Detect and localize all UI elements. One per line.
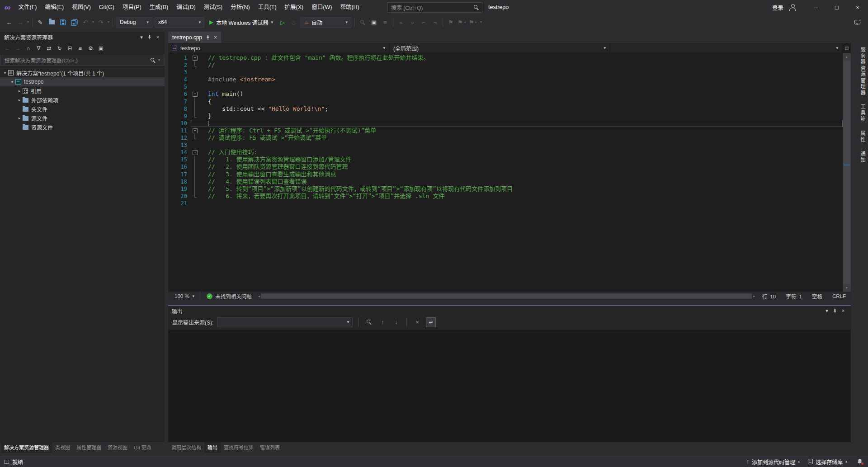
code-line[interactable]: 14// 入门使用技巧:	[168, 149, 851, 156]
sign-in-button[interactable]: 登录	[772, 3, 783, 12]
member-dropdown[interactable]	[610, 43, 842, 53]
tree-item[interactable]: 引用	[0, 86, 165, 95]
line-ending-indicator[interactable]: CRLF	[827, 293, 851, 299]
close-panel-icon[interactable]	[154, 33, 162, 41]
code-line[interactable]: 7{	[168, 98, 851, 105]
close-window-button[interactable]	[847, 0, 868, 15]
code-line[interactable]: 15// 1. 使用解决方案资源管理器窗口添加/管理文件	[168, 156, 851, 163]
menu-item[interactable]: 分析(N)	[226, 0, 254, 15]
menu-item[interactable]: 文件(F)	[14, 0, 41, 15]
fold-collapse-icon[interactable]	[191, 90, 200, 98]
save-icon[interactable]	[57, 17, 68, 28]
code-line[interactable]: 19// 5. 转到“项目”>“添加新项”以创建新的代码文件，或转到“项目”>“…	[168, 185, 851, 193]
code-line[interactable]: 11// 运行程序: Ctrl + F5 或调试 >“开始执行(不调试)”菜单	[168, 127, 851, 134]
open-file-icon[interactable]	[46, 17, 57, 28]
tree-item[interactable]: testrepo	[0, 77, 165, 86]
menu-item[interactable]: 视图(V)	[68, 0, 95, 15]
undo-icon[interactable]	[80, 17, 91, 28]
scroll-left-icon[interactable]	[258, 294, 260, 298]
search-options-icon[interactable]	[158, 58, 160, 62]
tree-item[interactable]: 资源文件	[0, 123, 165, 132]
left-panel-tab[interactable]: 类视图	[52, 442, 73, 453]
close-tab-icon[interactable]	[214, 35, 217, 40]
right-tool-tab[interactable]: 服务器资源管理器	[859, 47, 866, 96]
split-editor-button[interactable]	[843, 43, 851, 53]
toolbar-overflow-icon[interactable]	[479, 20, 483, 24]
toggle-bookmark-icon[interactable]	[445, 17, 456, 28]
window-position-icon[interactable]	[137, 33, 146, 41]
code-line[interactable]: 2//	[168, 61, 851, 69]
navigate-back-icon[interactable]	[4, 17, 14, 28]
preview-selected-items-icon[interactable]	[96, 44, 106, 53]
solution-explorer-search-input[interactable]: 搜索解决方案资源管理器(Ctrl+;)	[0, 55, 165, 66]
fold-collapse-icon[interactable]	[191, 54, 200, 61]
redo-dropdown-icon[interactable]	[107, 20, 110, 24]
menu-item[interactable]: Git(G)	[95, 0, 118, 15]
explorer-back-icon[interactable]	[3, 44, 12, 53]
indent-decrease-icon[interactable]	[396, 17, 406, 28]
menu-item[interactable]: 生成(B)	[146, 0, 173, 15]
spaces-indicator[interactable]: 空格	[807, 292, 827, 300]
solution-configuration-dropdown[interactable]: Debug	[116, 17, 152, 28]
code-line[interactable]: 10	[168, 120, 851, 127]
menu-item[interactable]: 窗口(W)	[307, 0, 336, 15]
code-line[interactable]: 4#include <iostream>	[168, 76, 851, 83]
left-panel-tab[interactable]: 解决方案资源管理器	[1, 442, 52, 453]
navigation-dropdown-icon[interactable]	[26, 20, 30, 24]
menu-item[interactable]: 帮助(H)	[336, 0, 363, 15]
document-health-indicator[interactable]: 未找到相关问题	[202, 292, 256, 300]
user-account-icon[interactable]	[789, 4, 796, 11]
horizontal-scrollbar[interactable]	[256, 293, 757, 299]
code-line[interactable]: 18// 4. 使用错误列表窗口查看错误	[168, 178, 851, 185]
output-panel-titlebar[interactable]: 输出	[168, 306, 851, 316]
auto-hide-pin-icon[interactable]	[831, 307, 839, 315]
right-tool-tab[interactable]: 通知	[859, 151, 866, 163]
bottom-panel-tab[interactable]: 错误列表	[257, 442, 283, 453]
sync-with-active-document-icon[interactable]	[44, 44, 54, 53]
pin-tab-icon[interactable]	[205, 35, 211, 40]
goto-next-message-icon[interactable]	[391, 317, 401, 327]
navigate-symbol-icon[interactable]	[380, 17, 391, 28]
code-line[interactable]: 17// 3. 使用输出窗口查看生成输出和其他消息	[168, 171, 851, 178]
explorer-forward-icon[interactable]	[13, 44, 23, 53]
code-line[interactable]: 16// 2. 使用团队资源管理器窗口连接到源代码管理	[168, 163, 851, 170]
right-tool-tab[interactable]: 工具箱	[859, 104, 866, 123]
find-message-icon[interactable]	[364, 317, 374, 327]
save-all-icon[interactable]	[69, 17, 80, 28]
collapse-all-icon[interactable]	[65, 44, 75, 53]
scroll-right-icon[interactable]	[753, 294, 755, 298]
code-line[interactable]: 9}	[168, 113, 851, 120]
document-tab-testrepo-cpp[interactable]: testrepo.cpp	[168, 32, 221, 43]
uncomment-selection-icon[interactable]	[429, 17, 440, 28]
window-position-icon[interactable]	[823, 307, 831, 315]
scroll-up-icon[interactable]	[843, 53, 851, 61]
add-to-source-control-button[interactable]: 添加到源代码管理	[744, 458, 802, 466]
code-line[interactable]: 12// 调试程序: F5 或调试 >“开始调试”菜单	[168, 134, 851, 142]
menu-item[interactable]: 测试(S)	[200, 0, 227, 15]
tree-item[interactable]: 源文件	[0, 113, 165, 123]
expand-arrow-icon[interactable]	[9, 80, 15, 84]
fold-collapse-icon[interactable]	[191, 127, 200, 134]
show-all-files-icon[interactable]	[75, 44, 85, 53]
hot-reload-icon[interactable]	[288, 17, 299, 28]
attach-to-process-icon[interactable]	[368, 17, 379, 28]
tree-item[interactable]: 头文件	[0, 104, 165, 113]
code-line[interactable]: 13	[168, 142, 851, 149]
hot-reload-mode-dropdown[interactable]: 自动	[301, 17, 351, 28]
menu-item[interactable]: 编辑(E)	[41, 0, 68, 15]
notifications-button[interactable]	[856, 458, 863, 465]
toggle-word-wrap-icon[interactable]	[426, 317, 436, 327]
fold-collapse-icon[interactable]	[191, 149, 200, 156]
expand-arrow-icon[interactable]	[16, 98, 23, 102]
indent-increase-icon[interactable]	[407, 17, 418, 28]
scroll-down-icon[interactable]	[843, 284, 851, 292]
start-without-debugging-icon[interactable]	[277, 17, 288, 28]
menu-item[interactable]: 工具(T)	[254, 0, 281, 15]
code-line[interactable]: 8 std::cout << "Hello World!\n";	[168, 105, 851, 113]
expand-arrow-icon[interactable]	[16, 116, 23, 120]
vertical-scrollbar[interactable]	[843, 53, 851, 292]
maximize-button[interactable]	[826, 0, 847, 15]
horizontal-scrollbar-thumb[interactable]	[261, 294, 752, 298]
code-line[interactable]: 6int main()	[168, 90, 851, 98]
start-debugging-button[interactable]: 本地 Windows 调试器	[206, 17, 277, 28]
